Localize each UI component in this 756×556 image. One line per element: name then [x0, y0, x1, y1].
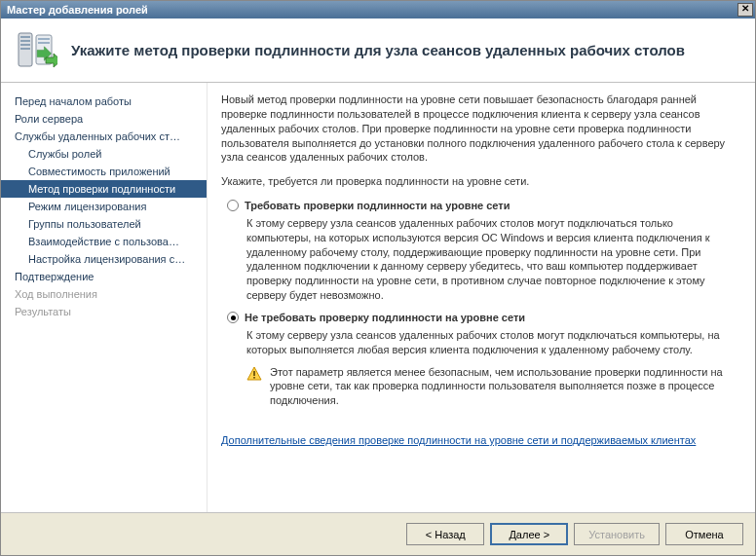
page-title: Укажите метод проверки подлинности для у… [71, 42, 685, 58]
svg-rect-4 [20, 48, 30, 50]
option-norequire-desc: К этому серверу узла сеансов удаленных р… [246, 328, 736, 357]
sidebar-item-3[interactable]: Службы ролей [1, 145, 207, 163]
wizard-footer: < Назад Далее > Установить Отмена [1, 512, 755, 555]
content-area: Новый метод проверки подлинности на уров… [208, 83, 755, 512]
option-require-nla[interactable]: Требовать проверки подлинности на уровне… [227, 199, 736, 303]
svg-rect-9 [253, 377, 255, 379]
svg-rect-3 [20, 44, 30, 46]
svg-rect-1 [20, 36, 30, 38]
sidebar-item-2[interactable]: Службы удаленных рабочих ст… [1, 128, 207, 145]
cancel-button[interactable]: Отмена [665, 523, 743, 545]
radio-require-nla[interactable] [227, 200, 239, 211]
option-norequire-label: Не требовать проверку подлинности на уро… [245, 311, 525, 325]
option-norequire-nla[interactable]: Не требовать проверку подлинности на уро… [227, 311, 736, 408]
window-title: Мастер добавления ролей [7, 4, 148, 16]
option-require-desc: К этому серверу узла сеансов удаленных р… [246, 216, 736, 303]
sidebar-item-6[interactable]: Режим лицензирования [1, 198, 207, 215]
sidebar-item-8[interactable]: Взаимодействие с пользова… [1, 233, 207, 250]
svg-rect-7 [38, 42, 50, 44]
sidebar-item-7[interactable]: Группы пользователей [1, 215, 207, 233]
sidebar-item-1[interactable]: Роли сервера [1, 110, 207, 128]
warning-icon [246, 366, 262, 382]
more-info-link[interactable]: Дополнительные сведения проверке подлинн… [221, 433, 696, 448]
sidebar-item-4[interactable]: Совместимость приложений [1, 163, 207, 180]
option-require-label: Требовать проверки подлинности на уровне… [245, 199, 510, 213]
sidebar-item-9[interactable]: Настройка лицензирования с… [1, 250, 207, 268]
warning-text: Этот параметр является менее безопасным,… [270, 365, 736, 409]
wizard-steps-sidebar: Перед началом работыРоли сервераСлужбы у… [1, 83, 208, 512]
titlebar: Мастер добавления ролей ✕ [1, 1, 755, 19]
sidebar-item-0[interactable]: Перед началом работы [1, 93, 207, 110]
sidebar-item-5[interactable]: Метод проверки подлинности [1, 180, 207, 198]
svg-rect-8 [253, 371, 255, 376]
radio-norequire-nla[interactable] [227, 312, 239, 323]
svg-rect-6 [38, 38, 50, 40]
sidebar-item-11: Ход выполнения [1, 285, 207, 303]
back-button[interactable]: < Назад [406, 523, 484, 545]
install-button: Установить [574, 523, 660, 545]
svg-rect-2 [20, 40, 30, 42]
sidebar-item-10[interactable]: Подтверждение [1, 268, 207, 285]
server-role-icon [15, 29, 57, 72]
close-icon[interactable]: ✕ [737, 3, 753, 17]
prompt-text: Укажите, требуется ли проверка подлиннос… [221, 174, 736, 189]
sidebar-item-12: Результаты [1, 303, 207, 320]
wizard-header: Укажите метод проверки подлинности для у… [1, 19, 755, 83]
intro-text: Новый метод проверки подлинности на уров… [221, 93, 736, 165]
next-button[interactable]: Далее > [490, 523, 568, 545]
